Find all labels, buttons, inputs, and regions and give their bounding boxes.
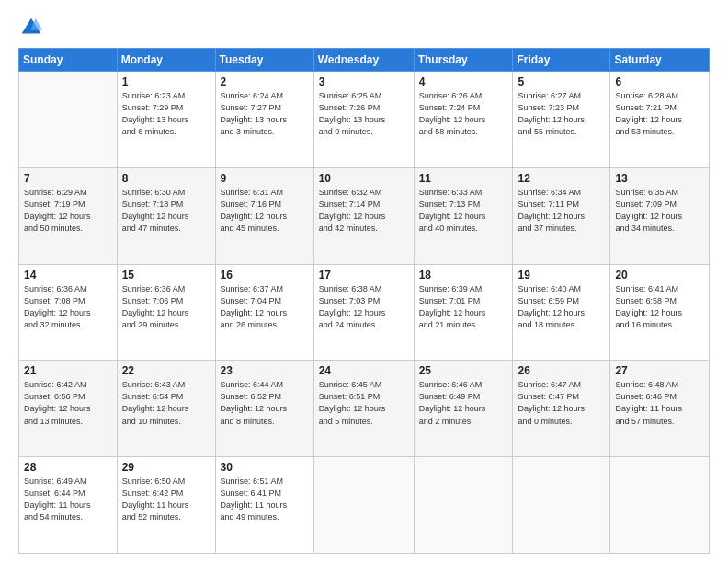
calendar-week-row: 1Sunrise: 6:23 AMSunset: 7:29 PMDaylight… (19, 72, 710, 168)
day-number: 19 (518, 269, 605, 282)
calendar-cell: 21Sunrise: 6:42 AMSunset: 6:56 PMDayligh… (19, 361, 118, 457)
day-info: Sunrise: 6:29 AMSunset: 7:19 PMDaylight:… (24, 187, 112, 235)
day-number: 9 (221, 172, 309, 185)
day-number: 20 (615, 269, 704, 282)
day-number: 3 (319, 75, 409, 88)
day-info: Sunrise: 6:38 AMSunset: 7:03 PMDaylight:… (319, 283, 409, 331)
calendar-day-header: Monday (117, 49, 215, 72)
day-number: 21 (24, 364, 112, 377)
calendar-day-header: Sunday (19, 49, 118, 72)
day-info: Sunrise: 6:41 AMSunset: 6:58 PMDaylight:… (615, 283, 704, 331)
day-info: Sunrise: 6:45 AMSunset: 6:51 PMDaylight:… (319, 379, 409, 427)
day-number: 14 (24, 269, 112, 282)
day-info: Sunrise: 6:31 AMSunset: 7:16 PMDaylight:… (221, 187, 309, 235)
calendar-cell (513, 457, 610, 554)
calendar-cell: 12Sunrise: 6:34 AMSunset: 7:11 PMDayligh… (513, 167, 610, 264)
day-number: 4 (419, 75, 508, 88)
calendar-cell: 10Sunrise: 6:32 AMSunset: 7:14 PMDayligh… (313, 167, 414, 264)
logo (18, 15, 48, 40)
header (18, 15, 710, 40)
calendar-cell: 24Sunrise: 6:45 AMSunset: 6:51 PMDayligh… (313, 361, 414, 457)
calendar-day-header: Tuesday (215, 49, 313, 72)
calendar-table: SundayMondayTuesdayWednesdayThursdayFrid… (18, 48, 710, 554)
day-info: Sunrise: 6:47 AMSunset: 6:47 PMDaylight:… (518, 379, 605, 427)
day-info: Sunrise: 6:26 AMSunset: 7:24 PMDaylight:… (419, 90, 508, 138)
day-info: Sunrise: 6:28 AMSunset: 7:21 PMDaylight:… (615, 90, 704, 138)
day-info: Sunrise: 6:27 AMSunset: 7:23 PMDaylight:… (518, 90, 605, 138)
day-info: Sunrise: 6:32 AMSunset: 7:14 PMDaylight:… (319, 187, 409, 235)
day-number: 1 (122, 75, 210, 88)
calendar-cell: 13Sunrise: 6:35 AMSunset: 7:09 PMDayligh… (610, 167, 710, 264)
day-number: 15 (122, 269, 210, 282)
calendar-day-header: Friday (513, 49, 610, 72)
day-number: 23 (221, 364, 309, 377)
day-number: 30 (221, 461, 309, 474)
day-info: Sunrise: 6:39 AMSunset: 7:01 PMDaylight:… (419, 283, 508, 331)
calendar-cell: 16Sunrise: 6:37 AMSunset: 7:04 PMDayligh… (215, 264, 313, 361)
day-info: Sunrise: 6:30 AMSunset: 7:18 PMDaylight:… (122, 187, 210, 235)
day-info: Sunrise: 6:33 AMSunset: 7:13 PMDaylight:… (419, 187, 508, 235)
calendar-cell: 30Sunrise: 6:51 AMSunset: 6:41 PMDayligh… (215, 457, 313, 554)
calendar-cell: 7Sunrise: 6:29 AMSunset: 7:19 PMDaylight… (19, 167, 118, 264)
calendar-cell: 20Sunrise: 6:41 AMSunset: 6:58 PMDayligh… (610, 264, 710, 361)
day-info: Sunrise: 6:50 AMSunset: 6:42 PMDaylight:… (122, 476, 210, 523)
day-info: Sunrise: 6:36 AMSunset: 7:06 PMDaylight:… (122, 283, 210, 331)
calendar-cell: 19Sunrise: 6:40 AMSunset: 6:59 PMDayligh… (513, 264, 610, 361)
calendar-week-row: 21Sunrise: 6:42 AMSunset: 6:56 PMDayligh… (19, 361, 710, 457)
day-info: Sunrise: 6:40 AMSunset: 6:59 PMDaylight:… (518, 283, 605, 331)
day-number: 5 (518, 75, 605, 88)
day-info: Sunrise: 6:36 AMSunset: 7:08 PMDaylight:… (24, 283, 112, 331)
day-info: Sunrise: 6:44 AMSunset: 6:52 PMDaylight:… (221, 379, 309, 427)
calendar-day-header: Wednesday (313, 49, 414, 72)
calendar-week-row: 14Sunrise: 6:36 AMSunset: 7:08 PMDayligh… (19, 264, 710, 361)
calendar-cell: 1Sunrise: 6:23 AMSunset: 7:29 PMDaylight… (117, 72, 215, 168)
day-info: Sunrise: 6:48 AMSunset: 6:46 PMDaylight:… (615, 379, 704, 427)
calendar-cell: 15Sunrise: 6:36 AMSunset: 7:06 PMDayligh… (117, 264, 215, 361)
day-number: 7 (24, 172, 112, 185)
day-info: Sunrise: 6:37 AMSunset: 7:04 PMDaylight:… (221, 283, 309, 331)
day-number: 25 (419, 364, 508, 377)
calendar-day-header: Thursday (414, 49, 513, 72)
calendar-cell: 23Sunrise: 6:44 AMSunset: 6:52 PMDayligh… (215, 361, 313, 457)
day-number: 2 (221, 75, 309, 88)
calendar-cell: 5Sunrise: 6:27 AMSunset: 7:23 PMDaylight… (513, 72, 610, 168)
calendar-cell (313, 457, 414, 554)
calendar-week-row: 7Sunrise: 6:29 AMSunset: 7:19 PMDaylight… (19, 167, 710, 264)
calendar-header-row: SundayMondayTuesdayWednesdayThursdayFrid… (19, 49, 710, 72)
day-info: Sunrise: 6:35 AMSunset: 7:09 PMDaylight:… (615, 187, 704, 235)
day-info: Sunrise: 6:46 AMSunset: 6:49 PMDaylight:… (419, 379, 508, 427)
day-number: 8 (122, 172, 210, 185)
day-number: 16 (221, 269, 309, 282)
day-info: Sunrise: 6:49 AMSunset: 6:44 PMDaylight:… (24, 476, 112, 523)
day-info: Sunrise: 6:51 AMSunset: 6:41 PMDaylight:… (221, 476, 309, 523)
calendar-cell: 6Sunrise: 6:28 AMSunset: 7:21 PMDaylight… (610, 72, 710, 168)
calendar-cell (610, 457, 710, 554)
day-info: Sunrise: 6:24 AMSunset: 7:27 PMDaylight:… (221, 90, 309, 138)
calendar-cell: 4Sunrise: 6:26 AMSunset: 7:24 PMDaylight… (414, 72, 513, 168)
day-number: 26 (518, 364, 605, 377)
day-number: 12 (518, 172, 605, 185)
day-number: 24 (319, 364, 409, 377)
day-info: Sunrise: 6:25 AMSunset: 7:26 PMDaylight:… (319, 90, 409, 138)
calendar-cell: 29Sunrise: 6:50 AMSunset: 6:42 PMDayligh… (117, 457, 215, 554)
day-number: 18 (419, 269, 508, 282)
calendar-cell: 14Sunrise: 6:36 AMSunset: 7:08 PMDayligh… (19, 264, 118, 361)
calendar-week-row: 28Sunrise: 6:49 AMSunset: 6:44 PMDayligh… (19, 457, 710, 554)
day-info: Sunrise: 6:34 AMSunset: 7:11 PMDaylight:… (518, 187, 605, 235)
calendar-cell: 25Sunrise: 6:46 AMSunset: 6:49 PMDayligh… (414, 361, 513, 457)
calendar-cell: 28Sunrise: 6:49 AMSunset: 6:44 PMDayligh… (19, 457, 118, 554)
day-number: 13 (615, 172, 704, 185)
day-info: Sunrise: 6:42 AMSunset: 6:56 PMDaylight:… (24, 379, 112, 427)
calendar-cell: 27Sunrise: 6:48 AMSunset: 6:46 PMDayligh… (610, 361, 710, 457)
calendar-cell: 8Sunrise: 6:30 AMSunset: 7:18 PMDaylight… (117, 167, 215, 264)
calendar-cell: 18Sunrise: 6:39 AMSunset: 7:01 PMDayligh… (414, 264, 513, 361)
day-number: 29 (122, 461, 210, 474)
calendar-day-header: Saturday (610, 49, 710, 72)
day-number: 27 (615, 364, 704, 377)
calendar-cell: 22Sunrise: 6:43 AMSunset: 6:54 PMDayligh… (117, 361, 215, 457)
day-number: 17 (319, 269, 409, 282)
calendar-cell: 11Sunrise: 6:33 AMSunset: 7:13 PMDayligh… (414, 167, 513, 264)
calendar-cell: 9Sunrise: 6:31 AMSunset: 7:16 PMDaylight… (215, 167, 313, 264)
day-number: 10 (319, 172, 409, 185)
calendar-cell (19, 72, 118, 168)
